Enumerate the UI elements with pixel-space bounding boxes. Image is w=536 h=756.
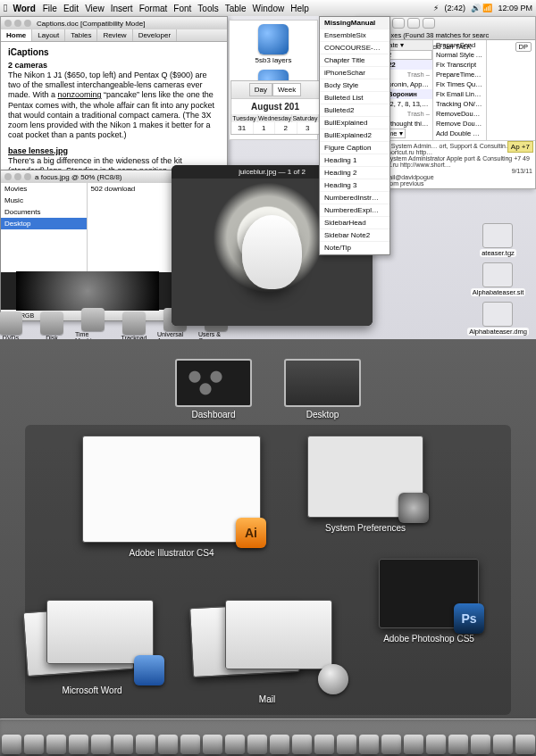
finder-titlebar[interactable]: a focus.jpg @ 50% (RC8/8) (1, 170, 173, 183)
style-option[interactable]: Figure Caption (320, 142, 389, 154)
prefpane[interactable]: DVDs (0, 312, 29, 340)
dock-app-icon[interactable] (180, 735, 200, 754)
dock-app-icon[interactable] (247, 735, 267, 754)
macro-item[interactable]: RemoveDoubleSpaces (433, 109, 486, 119)
apple-menu-icon[interactable]:  (4, 2, 7, 14)
style-option[interactable]: EnsembleSix (320, 29, 389, 42)
macro-item[interactable]: Tracking ON/Off (433, 99, 486, 109)
finder-window[interactable]: a focus.jpg @ 50% (RC8/8) Movies Music D… (0, 170, 174, 321)
cal-tab-week[interactable]: Week (272, 83, 301, 96)
menu-font[interactable]: Font (173, 4, 191, 13)
word-titlebar[interactable]: Captions.doc [Compatibility Mode] (1, 17, 227, 29)
style-option[interactable]: Bulleted2 (320, 104, 389, 117)
menu-window[interactable]: Window (253, 4, 285, 13)
dock-app-icon[interactable] (203, 735, 222, 754)
style-option[interactable]: Bulleted List (320, 92, 389, 104)
file-tile[interactable]: 5sb3 layers (233, 24, 314, 64)
ribbon-review[interactable]: Review (97, 29, 132, 41)
finder-column-2[interactable]: 502 download (88, 183, 174, 272)
traffic-lights[interactable] (4, 20, 31, 27)
space-desktop[interactable]: Desktop (284, 359, 361, 420)
menu-edit[interactable]: Edit (63, 4, 79, 13)
finder-item[interactable]: Music (1, 195, 87, 206)
cal-tab-day[interactable]: Day (249, 83, 272, 96)
macro-item[interactable]: Fix Transcript (433, 60, 486, 70)
dock-app-icon[interactable] (46, 735, 66, 754)
finder-item-selected[interactable]: Desktop (1, 218, 87, 229)
prefpane[interactable]: Trackpad (116, 312, 152, 340)
mail-toolbar-button[interactable] (392, 18, 405, 29)
dock-app-icon[interactable] (404, 735, 423, 754)
dock-app-icon[interactable] (158, 735, 178, 754)
dock-app-icon[interactable] (2, 735, 21, 754)
dock-app-icon[interactable] (136, 735, 155, 754)
style-option[interactable]: Heading 2 (320, 167, 389, 179)
macro-item[interactable]: Remove Double Returns (433, 119, 486, 129)
dock-app-icon[interactable] (448, 735, 468, 754)
finder-item[interactable]: Movies (1, 183, 87, 195)
dock-app-icon[interactable] (515, 735, 535, 754)
dock-app-icon[interactable] (292, 735, 312, 754)
style-option[interactable]: Heading 3 (320, 179, 389, 192)
mail-macros-list[interactable]: PrepareSendNormal Style AcceptAllFix Tra… (433, 40, 487, 140)
macro-item[interactable]: PrepareTimesSend (433, 70, 486, 79)
sticky-note[interactable]: Ap +7 (507, 141, 533, 153)
macro-item[interactable]: Normal Style AcceptAll (433, 50, 486, 60)
macro-item[interactable]: Fix Times Quotes (433, 79, 486, 89)
style-option[interactable]: MissingManual (320, 17, 389, 29)
frontmost-app[interactable]: Word (13, 4, 35, 13)
cluster-system-preferences[interactable]: System Preferences (307, 436, 423, 533)
style-option[interactable]: BullExplained2 (320, 129, 389, 142)
cal-date[interactable]: 2 (275, 122, 297, 134)
style-option[interactable]: CONCOURSE-ONE (320, 42, 389, 54)
style-option[interactable]: SidebarHead (320, 217, 389, 229)
macro-item[interactable]: Add Double Returns (433, 129, 486, 138)
desktop-file[interactable]: Alphabateaser.sit (471, 262, 526, 296)
styles-dropdown[interactable]: MissingManualEnsembleSixCONCOURSE-ONECha… (319, 16, 390, 255)
finder-item[interactable]: 502 download (88, 183, 173, 195)
menu-tools[interactable]: Tools (197, 4, 218, 13)
menu-help[interactable]: Help (290, 4, 309, 13)
dock-app-icon[interactable] (270, 735, 289, 754)
cluster-word[interactable]: Microsoft Word (25, 600, 159, 695)
menu-view[interactable]: View (85, 4, 105, 13)
menu-format[interactable]: Format (139, 4, 168, 13)
style-option[interactable]: Chapter Title (320, 54, 389, 67)
prefpane[interactable]: Disk (34, 312, 70, 340)
menu-insert[interactable]: Insert (111, 4, 133, 13)
style-option[interactable]: Note/Tip (320, 242, 389, 254)
dock-app-icon[interactable] (426, 735, 446, 754)
dock-app-icon[interactable] (225, 735, 245, 754)
ribbon-tables[interactable]: Tables (65, 29, 97, 41)
prefpane[interactable]: Time Machine (75, 308, 111, 339)
cluster-photoshop[interactable]: Ps Adobe Photoshop CS5 (379, 559, 479, 644)
dock-app-icon[interactable] (24, 735, 44, 754)
mail-toolbar-button[interactable] (407, 18, 420, 29)
menu-file[interactable]: File (43, 4, 57, 13)
style-option[interactable]: NumberedExpl… (320, 204, 389, 217)
style-option[interactable]: BullExplained (320, 117, 389, 129)
cal-date[interactable]: 1 (254, 122, 276, 134)
dock-app-icon[interactable] (91, 735, 111, 754)
cal-date[interactable]: 31 (231, 122, 254, 134)
dock-app-icon[interactable] (471, 735, 490, 754)
cal-date[interactable]: 3 (297, 122, 320, 134)
space-dashboard[interactable]: Dashboard (175, 359, 252, 420)
style-option[interactable]: Sidebar Note2 (320, 229, 389, 242)
dock-app-icon[interactable] (314, 735, 334, 754)
style-option[interactable]: Body Style (320, 79, 389, 92)
menu-table[interactable]: Table (225, 4, 247, 13)
desktop-file[interactable]: Alphabateaser.dmg (467, 302, 529, 336)
style-option[interactable]: Heading 1 (320, 154, 389, 167)
cluster-mail[interactable]: Mail (191, 600, 343, 704)
dock-app-icon[interactable] (113, 735, 133, 754)
macro-item[interactable]: PrepareSend (433, 40, 486, 50)
account-initials[interactable]: DP (515, 42, 532, 52)
ribbon-developer[interactable]: Developer (133, 29, 177, 41)
dock-app-icon[interactable] (359, 735, 379, 754)
dock-app-icon[interactable] (493, 735, 513, 754)
finder-column-1[interactable]: Movies Music Documents Desktop (1, 183, 88, 272)
ribbon-home[interactable]: Home (1, 29, 32, 41)
finder-item[interactable]: Documents (1, 206, 87, 218)
mail-toolbar-button[interactable] (423, 18, 435, 29)
